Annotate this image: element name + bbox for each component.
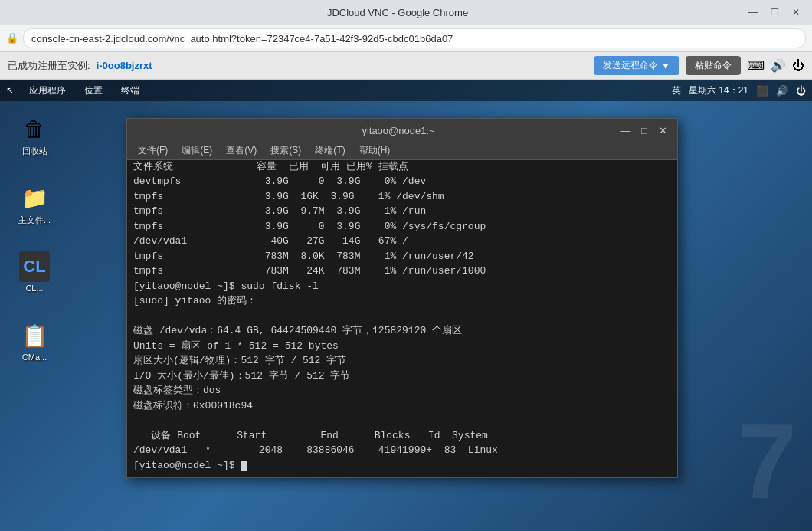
folder-icon-label: 主文件... bbox=[18, 215, 51, 226]
paste-command-button[interactable]: 粘贴命令 bbox=[686, 56, 741, 75]
terminal-menu-edit[interactable]: 编辑(E) bbox=[175, 143, 218, 159]
watermark-7: 7 bbox=[737, 399, 797, 523]
folder-icon: 📁 bbox=[19, 182, 50, 213]
terminal-menu-file[interactable]: 文件(F) bbox=[132, 143, 174, 159]
browser-title: JDCloud VNC - Google Chrome bbox=[52, 7, 743, 18]
taskbar-audio-icon: 🔊 bbox=[776, 85, 788, 97]
lock-icon: 🔒 bbox=[6, 32, 18, 44]
desktop-icon-cl[interactable]: CL CL... bbox=[8, 248, 61, 296]
terminal-titlebar: yitaoo@node1:~ — □ ✕ bbox=[127, 119, 677, 142]
terminal-menu-search[interactable]: 搜索(S) bbox=[264, 143, 307, 159]
terminal-restore-button[interactable]: □ bbox=[636, 123, 653, 137]
window-controls: — ❐ ✕ bbox=[743, 5, 806, 19]
desktop: ↖ 应用程序 位置 终端 英 星期六 14：21 ⬛ 🔊 ⏻ 🗑 回收站 📁 主… bbox=[0, 80, 812, 531]
terminal-menu-help[interactable]: 帮助(H) bbox=[353, 143, 397, 159]
trash-icon: 🗑 bbox=[19, 113, 50, 144]
taskbar-terminal[interactable]: 终端 bbox=[118, 83, 142, 99]
desktop-icon-trash[interactable]: 🗑 回收站 bbox=[8, 110, 61, 160]
taskbar-location[interactable]: 位置 bbox=[81, 83, 106, 99]
send-command-label: 发送远程命令 bbox=[603, 59, 658, 72]
vnc-instance-name: i-0oo8bjzrxt bbox=[97, 60, 152, 71]
vnc-connected-text: 已成功注册至实例: bbox=[8, 59, 90, 73]
taskbar-power-icon: ⏻ bbox=[796, 85, 806, 97]
power-icon: ⏻ bbox=[792, 59, 804, 73]
terminal-close-button[interactable]: ✕ bbox=[654, 123, 671, 137]
cmake-icon: 📋 bbox=[19, 320, 50, 351]
taskbar-right: 英 星期六 14：21 ⬛ 🔊 ⏻ bbox=[672, 84, 806, 97]
terminal-content[interactable]: [yitaoo@nodel ~]$ df -lh 文件系统 容量 已用 可用 已… bbox=[127, 160, 677, 477]
cmake-icon-label: CMa... bbox=[22, 352, 47, 362]
terminal-title: yitaoo@node1:~ bbox=[179, 125, 617, 136]
trash-icon-label: 回收站 bbox=[22, 146, 47, 157]
terminal-menu-terminal[interactable]: 终端(T) bbox=[309, 143, 351, 159]
desktop-icon-folder[interactable]: 📁 主文件... bbox=[8, 179, 61, 229]
terminal-window: yitaoo@node1:~ — □ ✕ 文件(F) 编辑(E) 查看(V) 搜… bbox=[126, 118, 678, 478]
terminal-cursor bbox=[241, 461, 247, 471]
taskbar-datetime: 星期六 14：21 bbox=[689, 84, 748, 97]
send-command-button[interactable]: 发送远程命令 ▼ bbox=[594, 56, 679, 75]
taskbar-applications[interactable]: 应用程序 bbox=[26, 83, 69, 99]
terminal-menubar: 文件(F) 编辑(E) 查看(V) 搜索(S) 终端(T) 帮助(H) bbox=[127, 142, 677, 160]
title-bar: JDCloud VNC - Google Chrome — ❐ ✕ bbox=[0, 0, 812, 25]
keyboard-icon: ⌨ bbox=[747, 58, 765, 73]
restore-button[interactable]: ❐ bbox=[765, 5, 784, 19]
terminal-minimize-button[interactable]: — bbox=[617, 123, 634, 137]
url-display[interactable]: console-cn-east-2.jdcloud.com/vnc_auto.h… bbox=[23, 28, 806, 48]
minimize-button[interactable]: — bbox=[743, 5, 763, 19]
desktop-icon-cmake[interactable]: 📋 CMa... bbox=[8, 317, 61, 365]
terminal-menu-view[interactable]: 查看(V) bbox=[220, 143, 263, 159]
audio-icon: 🔊 bbox=[771, 58, 786, 73]
dropdown-icon: ▼ bbox=[661, 61, 670, 71]
taskbar-network-icon: ⬛ bbox=[756, 85, 768, 97]
address-bar: 🔒 console-cn-east-2.jdcloud.com/vnc_auto… bbox=[0, 25, 812, 52]
close-button[interactable]: ✕ bbox=[786, 5, 806, 19]
vnc-toolbar: 已成功注册至实例: i-0oo8bjzrxt 发送远程命令 ▼ 粘贴命令 ⌨ 🔊… bbox=[0, 52, 812, 80]
taskbar-lang: 英 bbox=[672, 84, 681, 97]
cursor-icon: ↖ bbox=[6, 85, 14, 96]
cl-icon: CL bbox=[19, 251, 50, 282]
cl-icon-label: CL... bbox=[25, 284, 43, 293]
desktop-taskbar: ↖ 应用程序 位置 终端 英 星期六 14：21 ⬛ 🔊 ⏻ bbox=[0, 80, 812, 101]
browser-frame: JDCloud VNC - Google Chrome — ❐ ✕ 🔒 cons… bbox=[0, 0, 812, 531]
paste-command-label: 粘贴命令 bbox=[695, 59, 732, 72]
